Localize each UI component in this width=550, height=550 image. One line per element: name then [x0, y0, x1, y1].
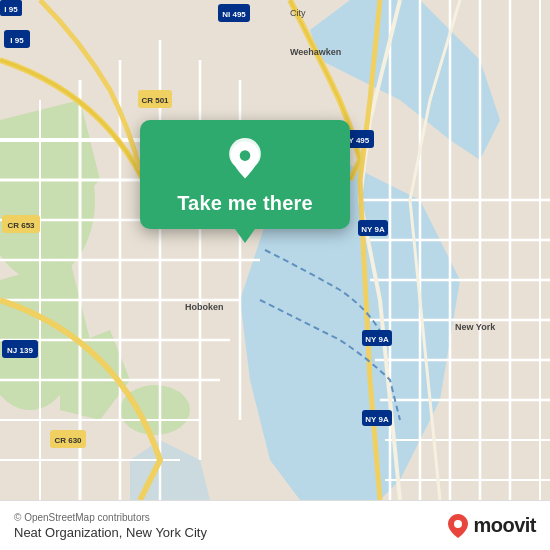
svg-text:NY 9A: NY 9A — [365, 415, 389, 424]
svg-text:Weehawken: Weehawken — [290, 47, 341, 57]
bottom-bar: © OpenStreetMap contributors Neat Organi… — [0, 500, 550, 550]
svg-point-68 — [240, 150, 251, 161]
moovit-pin-icon — [447, 513, 469, 539]
popup-label: Take me there — [177, 192, 313, 215]
svg-text:NY 9A: NY 9A — [361, 225, 385, 234]
svg-text:I 95: I 95 — [4, 5, 18, 14]
moovit-brand-text: moovit — [473, 514, 536, 537]
svg-text:NY 9A: NY 9A — [365, 335, 389, 344]
moovit-logo: moovit — [447, 513, 536, 539]
svg-point-69 — [454, 520, 462, 528]
map-container: Weehawken New York Hoboken I 95 NI 495 C… — [0, 0, 550, 500]
location-label: Neat Organization, New York City — [14, 525, 207, 540]
svg-text:CR 653: CR 653 — [7, 221, 35, 230]
take-me-there-button[interactable]: Take me there — [140, 120, 350, 229]
svg-text:I 95: I 95 — [10, 36, 24, 45]
svg-text:CR 501: CR 501 — [141, 96, 169, 105]
attribution-text: © OpenStreetMap contributors — [14, 512, 207, 523]
svg-text:CR 630: CR 630 — [54, 436, 82, 445]
svg-text:Hoboken: Hoboken — [185, 302, 224, 312]
svg-text:New York: New York — [455, 322, 496, 332]
svg-text:NJ 139: NJ 139 — [7, 346, 33, 355]
svg-text:NI 495: NI 495 — [222, 10, 246, 19]
location-pin-icon — [223, 138, 267, 182]
svg-text:City: City — [290, 8, 306, 18]
